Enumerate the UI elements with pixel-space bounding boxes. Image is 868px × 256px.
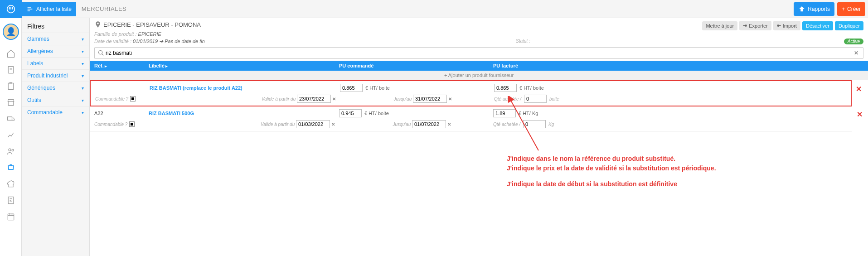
nav-people-icon[interactable] <box>0 143 22 159</box>
validity-start: 01/01/2019 <box>133 39 158 44</box>
pu-cmd-unit: € HT/ boite <box>364 111 389 116</box>
add-product-row[interactable]: + Ajouter un produit fournisseur <box>90 71 868 80</box>
clear-date-icon[interactable]: ✕ <box>330 122 336 127</box>
clear-date-icon[interactable]: ✕ <box>331 97 337 101</box>
search-icon <box>97 49 105 57</box>
pu-cmd-input[interactable] <box>339 109 362 117</box>
filter-label: Produit industriel <box>27 72 68 79</box>
icon-rail: 👤 <box>0 0 22 256</box>
filters-sidebar: Filtres Gammes▾Allergènes▾Labels▾Produit… <box>22 18 90 256</box>
caret-down-icon: ▾ <box>82 110 84 115</box>
commandable-label: Commandable ? <box>94 122 127 127</box>
nav-doc-icon[interactable] <box>0 62 22 78</box>
family-value: EPICERIE <box>138 31 161 37</box>
product-row: A22RIZ BASMATI 500G€ HT/ boite€ HT/ KgCo… <box>90 106 852 131</box>
filter-item-1[interactable]: Allergènes▾ <box>22 45 89 57</box>
until-input[interactable] <box>412 120 446 128</box>
product-label-link[interactable]: RIZ BASMATI (remplace le produit A22) <box>150 85 340 91</box>
clear-date-icon[interactable]: ✕ <box>447 97 453 101</box>
search-box: ✕ <box>94 47 863 59</box>
filters-title: Filtres <box>22 18 89 33</box>
clear-search-icon[interactable]: ✕ <box>852 50 860 56</box>
filter-item-2[interactable]: Labels▾ <box>22 57 89 69</box>
validity-end: Pas de date de fin <box>165 39 205 44</box>
product-label-link[interactable]: RIZ BASMATI 500G <box>149 111 339 116</box>
create-button[interactable]: + Créer <box>837 2 865 16</box>
filter-label: Labels <box>27 60 43 67</box>
col-pu-fact[interactable]: PU facturé <box>493 63 868 68</box>
show-list-button[interactable]: Afficher la liste <box>22 2 76 16</box>
app-logo[interactable] <box>0 0 22 18</box>
pu-cmd-unit: € HT/ boite <box>365 85 390 91</box>
plus-icon: + <box>842 6 845 12</box>
import-button[interactable]: ⇤Import <box>773 21 800 30</box>
pu-fact-unit: € HT/ Kg <box>519 111 538 116</box>
filter-item-0[interactable]: Gammes▾ <box>22 33 89 45</box>
table-header: Réf. Libellé PU commandé PU facturé <box>90 61 868 71</box>
qty-unit: Kg <box>548 122 554 127</box>
top-bar: Afficher la liste MERCURIALES Rapports +… <box>22 0 868 18</box>
reports-button[interactable]: Rapports <box>794 2 834 16</box>
deactivate-button[interactable]: Désactiver <box>802 21 833 30</box>
search-input[interactable] <box>105 49 852 57</box>
commandable-checkbox[interactable] <box>130 96 136 101</box>
breadcrumb-text: EPICERIE - EPISAVEUR - POMONA <box>103 21 201 28</box>
nav-receipt-icon[interactable] <box>0 192 22 208</box>
col-label[interactable]: Libellé <box>149 63 339 68</box>
nav-chart-icon[interactable] <box>0 127 22 143</box>
nav-delivery-icon[interactable] <box>0 111 22 127</box>
qty-unit: boite <box>549 97 559 101</box>
filter-item-6[interactable]: Commandable▾ <box>22 106 89 118</box>
valid-from-input[interactable] <box>296 120 330 128</box>
filter-label: Commandable <box>27 109 63 116</box>
svg-point-6 <box>12 149 14 151</box>
qty-input[interactable] <box>523 120 546 128</box>
commandable-checkbox[interactable] <box>129 121 135 127</box>
valid-from-input[interactable] <box>297 95 331 103</box>
annotation-text: J'indique dans le nom la référence du pr… <box>507 154 716 189</box>
pu-cmd-input[interactable] <box>340 84 363 92</box>
svg-rect-4 <box>7 117 12 121</box>
delete-row-icon[interactable]: ✕ <box>856 85 862 93</box>
filter-item-3[interactable]: Produit industriel▾ <box>22 69 89 82</box>
until-input[interactable] <box>413 95 447 103</box>
nav-chef-icon[interactable] <box>0 176 22 192</box>
pu-fact-input[interactable] <box>493 109 516 117</box>
plus-icon: + <box>444 72 447 78</box>
filter-label: Génériques <box>27 85 55 91</box>
product-ref: A22 <box>90 111 149 116</box>
svg-rect-8 <box>8 214 14 220</box>
filter-item-4[interactable]: Génériques▾ <box>22 82 89 94</box>
validity-label: Date de validité : <box>94 39 131 44</box>
import-icon: ⇤ <box>777 23 781 29</box>
filter-label: Allergènes <box>27 48 53 54</box>
pu-fact-input[interactable] <box>494 84 517 92</box>
filter-label: Gammes <box>27 36 49 42</box>
status-label: Statut : <box>516 39 530 44</box>
commandable-label: Commandable ? <box>95 97 128 101</box>
nav-calendar-icon[interactable] <box>0 208 22 225</box>
caret-down-icon: ▾ <box>82 86 84 91</box>
status-badge: Active <box>844 39 863 44</box>
page-title: MERCURIALES <box>82 5 126 12</box>
clear-date-icon[interactable]: ✕ <box>446 122 452 127</box>
duplicate-button[interactable]: Dupliquer <box>835 21 863 30</box>
delete-row-icon[interactable]: ✕ <box>857 110 863 119</box>
col-pu-cmd[interactable]: PU commandé <box>339 63 493 68</box>
nav-home-icon[interactable] <box>0 45 22 62</box>
caret-down-icon: ▾ <box>82 37 84 42</box>
export-button[interactable]: ⇥Exporter <box>739 21 771 30</box>
reports-label: Rapports <box>808 6 830 12</box>
user-avatar[interactable]: 👤 <box>3 24 19 40</box>
svg-point-5 <box>9 149 11 151</box>
filter-item-5[interactable]: Outils▾ <box>22 94 89 106</box>
arrow-icon: ➔ <box>159 39 163 44</box>
nav-cart-icon[interactable] <box>0 159 22 176</box>
caret-down-icon: ▾ <box>82 49 84 54</box>
qty-label: Qté achetée / <box>493 122 520 127</box>
col-ref[interactable]: Réf. <box>90 63 149 68</box>
nav-store-icon[interactable] <box>0 94 22 111</box>
update-button[interactable]: Mettre à jour <box>702 21 737 30</box>
nav-clipboard-icon[interactable] <box>0 78 22 94</box>
qty-input[interactable] <box>524 95 547 103</box>
